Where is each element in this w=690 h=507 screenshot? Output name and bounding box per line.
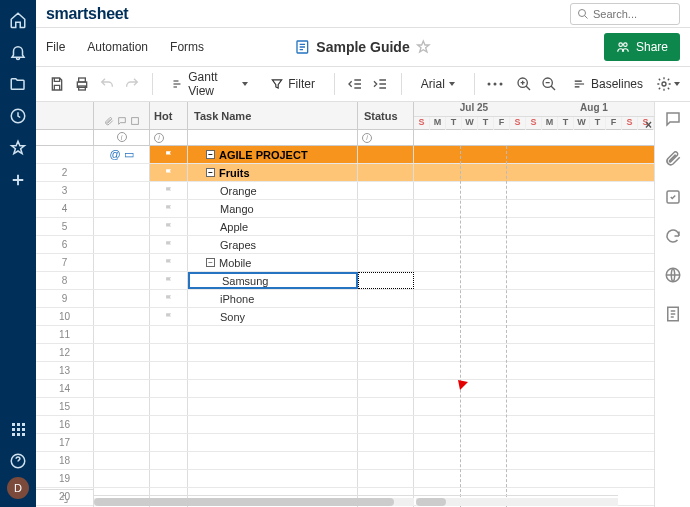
save-icon[interactable] — [46, 72, 67, 96]
apps-icon[interactable] — [0, 413, 36, 445]
row-number[interactable]: 12 — [36, 344, 94, 361]
grid-row[interactable]: 4Mango — [36, 200, 654, 218]
grid-row[interactable]: 17 — [36, 434, 654, 452]
grid-row[interactable]: 14 — [36, 380, 654, 398]
cell-status[interactable] — [358, 452, 414, 469]
cell-gantt[interactable] — [414, 308, 654, 325]
menu-file[interactable]: File — [46, 40, 65, 54]
cell-status[interactable] — [358, 470, 414, 487]
cell-hot[interactable] — [150, 290, 188, 307]
baselines-button[interactable]: Baselines — [564, 71, 652, 97]
row-number[interactable]: 14 — [36, 380, 94, 397]
row-number[interactable]: 18 — [36, 452, 94, 469]
cell-task[interactable] — [188, 380, 358, 397]
cell-status[interactable] — [358, 218, 414, 235]
row-number[interactable]: 15 — [36, 398, 94, 415]
cell-status[interactable] — [358, 182, 414, 199]
row-number[interactable]: 7 — [36, 254, 94, 271]
cell-gantt[interactable] — [414, 470, 654, 487]
grid-row[interactable]: 16 — [36, 416, 654, 434]
col-header-hot[interactable]: Hot — [150, 102, 188, 129]
cell-status[interactable] — [358, 362, 414, 379]
row-indicators[interactable] — [94, 218, 150, 235]
col-header-task[interactable]: Task Name — [188, 102, 358, 129]
cell-gantt[interactable] — [414, 398, 654, 415]
cell-hot[interactable] — [150, 434, 188, 451]
cell-task[interactable]: iPhone — [188, 290, 358, 307]
cell-gantt[interactable] — [414, 380, 654, 397]
cell-hot[interactable] — [150, 452, 188, 469]
cell-task[interactable] — [188, 434, 358, 451]
update-requests-icon[interactable] — [664, 227, 682, 248]
close-gantt-icon[interactable]: × — [645, 118, 652, 132]
zoom-out-icon[interactable] — [539, 72, 560, 96]
cell-task[interactable]: Sony — [188, 308, 358, 325]
grid-row[interactable]: 6Grapes — [36, 236, 654, 254]
help-icon[interactable] — [0, 445, 36, 477]
comment-indicator[interactable]: ▭ — [124, 148, 134, 161]
row-indicators[interactable] — [94, 434, 150, 451]
home-icon[interactable] — [0, 4, 36, 36]
row-indicators[interactable] — [94, 416, 150, 433]
grid-row[interactable]: 11 — [36, 326, 654, 344]
row-indicators[interactable] — [94, 398, 150, 415]
row-number[interactable]: 3 — [36, 182, 94, 199]
cell-gantt[interactable] — [414, 416, 654, 433]
horizontal-scrollbar[interactable] — [94, 495, 618, 507]
cell-gantt[interactable] — [414, 272, 654, 289]
cell-task[interactable]: −AGILE PROJECT — [188, 146, 358, 163]
row-indicators[interactable] — [94, 254, 150, 271]
row-indicators[interactable] — [94, 470, 150, 487]
cell-status[interactable] — [358, 434, 414, 451]
row-indicators[interactable] — [94, 362, 150, 379]
grid-row[interactable]: 15 — [36, 398, 654, 416]
cell-status[interactable] — [358, 398, 414, 415]
cell-gantt[interactable] — [414, 344, 654, 361]
cell-status[interactable] — [358, 344, 414, 361]
cell-status[interactable] — [358, 254, 414, 271]
cell-hot[interactable] — [150, 326, 188, 343]
row-indicators[interactable] — [94, 308, 150, 325]
redo-icon[interactable] — [121, 72, 142, 96]
folder-icon[interactable] — [0, 68, 36, 100]
cell-hot[interactable] — [150, 470, 188, 487]
attachment-indicator[interactable]: @ — [109, 148, 120, 161]
cell-hot[interactable] — [150, 272, 188, 289]
cell-hot[interactable] — [150, 308, 188, 325]
cell-task[interactable]: Apple — [188, 218, 358, 235]
cell-status[interactable] — [358, 380, 414, 397]
grid-row[interactable]: 5Apple — [36, 218, 654, 236]
view-switcher[interactable]: Gantt View — [163, 71, 257, 97]
row-number[interactable]: 16 — [36, 416, 94, 433]
row-number[interactable]: 6 — [36, 236, 94, 253]
row-number[interactable]: 10 — [36, 308, 94, 325]
cell-status[interactable] — [358, 272, 414, 289]
grid-row[interactable]: 12 — [36, 344, 654, 362]
grid-row[interactable]: 13 — [36, 362, 654, 380]
row-number[interactable]: 19 — [36, 470, 94, 487]
row-indicators[interactable] — [94, 344, 150, 361]
cell-task[interactable] — [188, 326, 358, 343]
grid-row[interactable]: 7−Mobile — [36, 254, 654, 272]
settings-icon[interactable] — [656, 72, 680, 96]
cell-gantt[interactable] — [414, 362, 654, 379]
row-indicators[interactable]: @▭ — [94, 146, 150, 163]
zoom-in-icon[interactable] — [514, 72, 535, 96]
cell-hot[interactable] — [150, 182, 188, 199]
row-indicators[interactable] — [94, 380, 150, 397]
grid-row[interactable]: 19 — [36, 470, 654, 488]
cell-hot[interactable] — [150, 362, 188, 379]
cell-status[interactable] — [358, 326, 414, 343]
cell-task[interactable] — [188, 344, 358, 361]
cell-task[interactable]: Orange — [188, 182, 358, 199]
grid-row[interactable]: 10Sony — [36, 308, 654, 326]
row-number[interactable]: 5 — [36, 218, 94, 235]
row-number[interactable]: 2 — [36, 164, 94, 181]
cell-hot[interactable] — [150, 164, 188, 181]
cell-task[interactable]: Grapes — [188, 236, 358, 253]
collapse-toggle[interactable]: − — [206, 150, 215, 159]
row-number[interactable]: 13 — [36, 362, 94, 379]
cell-hot[interactable] — [150, 146, 188, 163]
cell-status[interactable] — [358, 416, 414, 433]
recent-icon[interactable] — [0, 100, 36, 132]
